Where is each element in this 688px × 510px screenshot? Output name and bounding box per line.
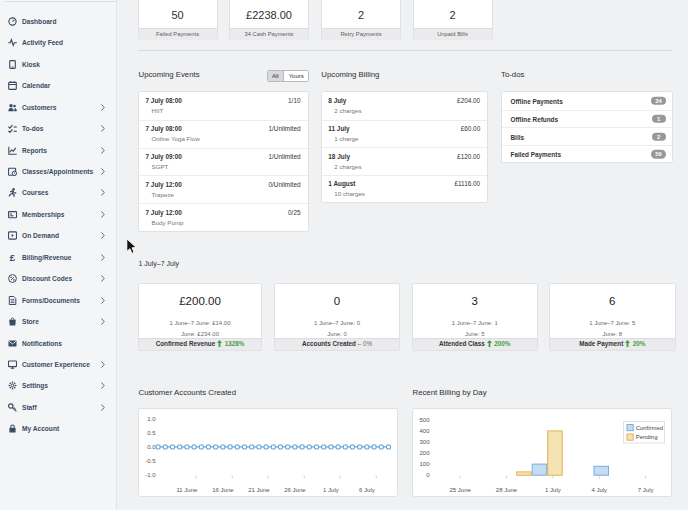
event-row[interactable]: 7 July 08:00Online Yoga Flow1/Unlimited: [139, 120, 308, 148]
billing-row[interactable]: 8 July2 charges£204.00: [322, 92, 487, 120]
bar-chart-panel: 010020030040050025 June28 June1 July4 Ju…: [412, 408, 672, 498]
summary-value: £200.00: [139, 295, 261, 307]
sidebar-item-label: Memberships: [22, 211, 65, 218]
data-point-marker: [329, 444, 333, 448]
upcoming-events-title: Upcoming Events: [139, 70, 200, 80]
x-tick-mark: [340, 475, 341, 478]
billing-row[interactable]: 18 July2 charges£120.00: [322, 147, 487, 175]
sidebar-item-on-demand[interactable]: On Demand: [8, 225, 112, 246]
kiosk-icon: [8, 60, 17, 69]
event-row[interactable]: 7 July 12:00Trapeze0/Unlimited: [139, 175, 308, 203]
event-name: Trapeze: [152, 191, 174, 198]
upcoming-events-panel: 7 July 08:00HIIT1/107 July 08:00Online Y…: [138, 91, 309, 232]
data-point-marker: [206, 444, 210, 448]
sidebar-item-my-account[interactable]: My Account: [8, 418, 112, 439]
notifications-icon: [8, 339, 17, 348]
event-name: SGPT: [152, 163, 169, 170]
todo-row-offline-refunds[interactable]: Offline Refunds1: [502, 110, 673, 128]
data-point-marker: [163, 444, 167, 448]
stat-value: 2: [414, 9, 492, 21]
sidebar-item-discount-codes[interactable]: Discount Codes: [8, 268, 112, 289]
summary-comparison: 1 June–7 June: 1: [413, 320, 538, 326]
sidebar-item-customer-experience[interactable]: Customer Experience: [8, 354, 112, 375]
sidebar-item-dashboard[interactable]: Dashboard: [8, 11, 112, 32]
data-point-marker: [170, 444, 174, 448]
stat-card-retry-payments[interactable]: 2Retry Payments: [321, 0, 401, 40]
data-point-marker: [379, 444, 383, 448]
sidebar-item-label: Notifications: [22, 340, 62, 347]
stat-card-unpaid-bills[interactable]: 2Unpaid Bills: [413, 0, 493, 40]
todo-row-failed-payments[interactable]: Failed Payments50: [502, 145, 673, 163]
stat-value: 2: [322, 9, 400, 21]
chevron-right-icon: [101, 168, 105, 175]
sidebar-item-store[interactable]: Store: [8, 311, 112, 332]
sidebar-item-classes-appointments[interactable]: Classes/Appointments: [8, 161, 112, 182]
event-datetime: 7 July 08:00: [146, 125, 182, 132]
sidebar-item-staff[interactable]: Staff: [8, 397, 112, 418]
chevron-right-icon: [101, 232, 105, 239]
sidebar-item-to-dos[interactable]: To-dos: [8, 118, 112, 139]
billing-row[interactable]: 11 July1 charge£60.00: [322, 120, 487, 148]
todo-count-badge: 2: [652, 132, 666, 141]
sidebar-item-calendar[interactable]: Calendar: [8, 75, 112, 96]
sidebar-item-kiosk[interactable]: Kiosk: [8, 54, 112, 75]
sidebar-item-memberships[interactable]: Memberships: [8, 204, 112, 225]
summary-value: 0: [275, 295, 399, 307]
chevron-right-icon: [101, 254, 105, 261]
sidebar-item-label: Staff: [22, 404, 37, 411]
x-tick-label: 28 June: [496, 486, 518, 492]
on-demand-icon: [8, 231, 17, 240]
sidebar-item-billing-revenue[interactable]: £Billing/Revenue: [8, 247, 112, 268]
summary-change: 20%: [633, 340, 646, 347]
x-tick-label: 11 June: [176, 486, 198, 492]
summary-footer: Attended Class 200%: [413, 338, 538, 350]
sidebar-item-customers[interactable]: Customers: [8, 97, 112, 118]
sidebar-item-forms-documents[interactable]: Forms/Documents: [8, 290, 112, 311]
x-tick-label: 1 July: [545, 486, 561, 492]
settings-icon: [8, 381, 17, 390]
event-row[interactable]: 7 July 08:00HIIT1/10: [139, 92, 308, 120]
summary-footer: Accounts Created – 0%: [275, 338, 399, 350]
sidebar-item-activity-feed[interactable]: Activity Feed: [8, 32, 112, 53]
sidebar-item-settings[interactable]: Settings: [8, 375, 112, 396]
todos-icon: [8, 124, 17, 133]
y-tick-label: -0.5: [145, 457, 156, 463]
event-row[interactable]: 7 July 09:00SGPT1/Unlimited: [139, 148, 308, 176]
stat-card-34-cash-payments[interactable]: £2238.0034 Cash Payments: [229, 0, 309, 40]
sidebar-item-label: To-dos: [22, 125, 43, 132]
y-tick-label: 0: [426, 472, 430, 478]
summary-previous: June: £234.00: [139, 331, 261, 337]
events-filter-yours[interactable]: Yours: [283, 71, 308, 81]
data-point-marker: [228, 444, 232, 448]
events-filter-all[interactable]: All: [268, 71, 284, 81]
x-tick-mark: [552, 475, 553, 478]
x-tick-label: 21 June: [248, 486, 270, 492]
sidebar-item-label: Dashboard: [22, 18, 56, 25]
reports-icon: [8, 146, 17, 155]
chevron-right-icon: [101, 297, 105, 304]
event-row[interactable]: 7 July 12:00Body Pump0/25: [139, 203, 308, 231]
event-name: HIIT: [152, 107, 164, 114]
upcoming-billing-panel: 8 July2 charges£204.0011 July1 charge£60…: [321, 91, 488, 203]
events-filter-toggle: AllYours: [267, 70, 310, 82]
billing-charges: 2 charges: [334, 107, 361, 114]
sidebar-item-label: Customers: [22, 104, 56, 111]
sidebar-item-notifications[interactable]: Notifications: [8, 333, 112, 354]
stat-card-failed-payments[interactable]: 50Failed Payments: [138, 0, 218, 40]
billing-row[interactable]: 1 August10 charges£1116.00: [322, 175, 487, 203]
todo-row-offline-payments[interactable]: Offline Payments34: [502, 92, 673, 110]
sidebar-item-label: My Account: [22, 425, 59, 432]
sidebar-item-courses[interactable]: Courses: [8, 182, 112, 203]
x-tick-mark: [376, 475, 377, 478]
summary-card-made-payment: 61 June–7 June: 5June: 8Made Payment 20%: [549, 283, 676, 351]
summary-label: Accounts Created: [302, 340, 356, 347]
todo-row-bills[interactable]: Bills2: [502, 127, 673, 145]
summary-label: Confirmed Revenue: [156, 340, 215, 347]
x-tick-mark: [460, 475, 461, 478]
sidebar-item-label: Forms/Documents: [22, 297, 80, 304]
chevron-right-icon: [101, 318, 105, 325]
sidebar-item-label: Customer Experience: [22, 361, 90, 368]
x-tick-mark: [196, 475, 197, 478]
sidebar-item-reports[interactable]: Reports: [8, 140, 112, 161]
chevron-right-icon: [101, 189, 105, 196]
